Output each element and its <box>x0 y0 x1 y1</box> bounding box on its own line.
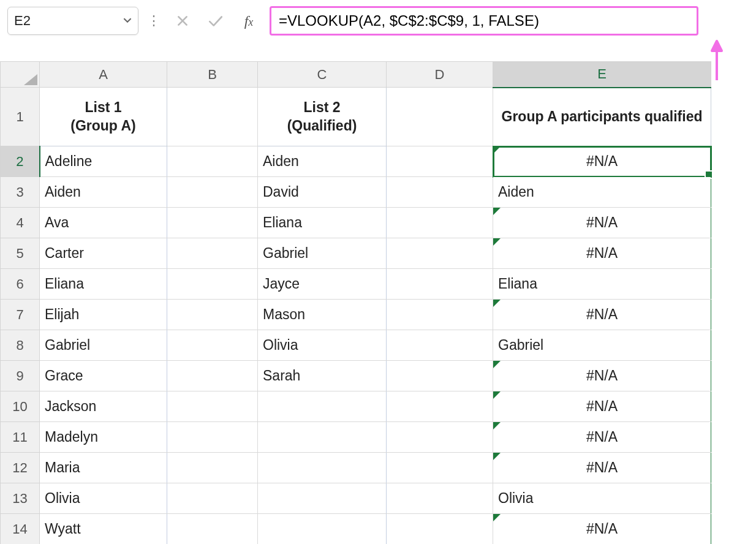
enter-icon[interactable] <box>203 9 228 32</box>
cell-B7[interactable] <box>167 300 258 330</box>
cell-D13[interactable] <box>387 483 493 514</box>
cell-C10[interactable] <box>258 391 387 422</box>
cell-A3[interactable]: Aiden <box>40 177 167 208</box>
cell-C4[interactable]: Eliana <box>258 208 387 238</box>
cell-B4[interactable] <box>167 208 258 238</box>
cell-B9[interactable] <box>167 361 258 391</box>
spreadsheet-grid[interactable]: A B C D E 1 List 1 (Group A) List 2 (Qua… <box>0 61 711 544</box>
cell-C13[interactable] <box>258 483 387 514</box>
cell-D2[interactable] <box>387 146 493 177</box>
cell-B10[interactable] <box>167 391 258 422</box>
col-header-b[interactable]: B <box>167 62 258 88</box>
empty-cell[interactable] <box>167 88 258 146</box>
cell-C8[interactable]: Olivia <box>258 330 387 361</box>
cell-E2[interactable]: #N/A <box>493 146 711 177</box>
row-header[interactable]: 10 <box>1 391 40 422</box>
row-header[interactable]: 3 <box>1 177 40 208</box>
row-header[interactable]: 9 <box>1 361 40 391</box>
empty-cell[interactable] <box>387 88 493 146</box>
table-row: 11Madelyn#N/A <box>1 422 711 453</box>
fx-icon[interactable]: fx <box>236 13 261 29</box>
col-header-d[interactable]: D <box>387 62 493 88</box>
cell-C5[interactable]: Gabriel <box>258 238 387 269</box>
formula-input[interactable] <box>279 12 689 29</box>
cell-B5[interactable] <box>167 238 258 269</box>
cell-A13[interactable]: Olivia <box>40 483 167 514</box>
col-header-a[interactable]: A <box>40 62 167 88</box>
cell-E4[interactable]: #N/A <box>493 208 711 238</box>
cell-C11[interactable] <box>258 422 387 453</box>
cell-D3[interactable] <box>387 177 493 208</box>
header-cell-list2[interactable]: List 2 (Qualified) <box>258 88 387 146</box>
chevron-down-icon[interactable] <box>123 16 132 26</box>
cell-E14[interactable]: #N/A <box>493 514 711 545</box>
table-row: 7ElijahMason#N/A <box>1 300 711 330</box>
cell-D12[interactable] <box>387 453 493 483</box>
cell-E3[interactable]: Aiden <box>493 177 711 208</box>
cell-C3[interactable]: David <box>258 177 387 208</box>
select-all-corner[interactable] <box>1 62 40 88</box>
row-header[interactable]: 7 <box>1 300 40 330</box>
cell-A12[interactable]: Maria <box>40 453 167 483</box>
cell-B14[interactable] <box>167 514 258 545</box>
cell-A7[interactable]: Elijah <box>40 300 167 330</box>
col-header-e[interactable]: E <box>493 62 711 88</box>
cell-E11[interactable]: #N/A <box>493 422 711 453</box>
cell-B6[interactable] <box>167 269 258 300</box>
cell-E10[interactable]: #N/A <box>493 391 711 422</box>
cell-C6[interactable]: Jayce <box>258 269 387 300</box>
row-header[interactable]: 6 <box>1 269 40 300</box>
row-header[interactable]: 2 <box>1 146 40 177</box>
cell-E5[interactable]: #N/A <box>493 238 711 269</box>
cell-D7[interactable] <box>387 300 493 330</box>
cell-C14[interactable] <box>258 514 387 545</box>
cell-A14[interactable]: Wyatt <box>40 514 167 545</box>
cell-A5[interactable]: Carter <box>40 238 167 269</box>
cell-C2[interactable]: Aiden <box>258 146 387 177</box>
cell-E6[interactable]: Eliana <box>493 269 711 300</box>
cell-A4[interactable]: Ava <box>40 208 167 238</box>
cell-C7[interactable]: Mason <box>258 300 387 330</box>
row-header[interactable]: 13 <box>1 483 40 514</box>
cell-B3[interactable] <box>167 177 258 208</box>
row-header[interactable]: 11 <box>1 422 40 453</box>
row-header[interactable]: 14 <box>1 514 40 545</box>
row-header[interactable]: 8 <box>1 330 40 361</box>
cell-C12[interactable] <box>258 453 387 483</box>
cell-A8[interactable]: Gabriel <box>40 330 167 361</box>
col-header-c[interactable]: C <box>258 62 387 88</box>
cell-A11[interactable]: Madelyn <box>40 422 167 453</box>
row-header[interactable]: 1 <box>1 88 40 146</box>
cell-B2[interactable] <box>167 146 258 177</box>
cell-D4[interactable] <box>387 208 493 238</box>
header-cell-list1[interactable]: List 1 (Group A) <box>40 88 167 146</box>
cell-A10[interactable]: Jackson <box>40 391 167 422</box>
cell-B11[interactable] <box>167 422 258 453</box>
cell-E7[interactable]: #N/A <box>493 300 711 330</box>
cell-D10[interactable] <box>387 391 493 422</box>
cell-D6[interactable] <box>387 269 493 300</box>
cell-D9[interactable] <box>387 361 493 391</box>
cell-B8[interactable] <box>167 330 258 361</box>
table-row: 9GraceSarah#N/A <box>1 361 711 391</box>
row-header[interactable]: 4 <box>1 208 40 238</box>
cell-E12[interactable]: #N/A <box>493 453 711 483</box>
cell-B13[interactable] <box>167 483 258 514</box>
cancel-icon[interactable] <box>170 9 195 32</box>
cell-D14[interactable] <box>387 514 493 545</box>
row-header[interactable]: 5 <box>1 238 40 269</box>
cell-A9[interactable]: Grace <box>40 361 167 391</box>
cell-D11[interactable] <box>387 422 493 453</box>
cell-B12[interactable] <box>167 453 258 483</box>
name-box[interactable]: E2 <box>7 7 138 35</box>
cell-D8[interactable] <box>387 330 493 361</box>
cell-A2[interactable]: Adeline <box>40 146 167 177</box>
header-cell-result[interactable]: Group A participants qualified <box>493 88 711 146</box>
cell-A6[interactable]: Eliana <box>40 269 167 300</box>
cell-E13[interactable]: Olivia <box>493 483 711 514</box>
cell-D5[interactable] <box>387 238 493 269</box>
cell-C9[interactable]: Sarah <box>258 361 387 391</box>
cell-E9[interactable]: #N/A <box>493 361 711 391</box>
cell-E8[interactable]: Gabriel <box>493 330 711 361</box>
row-header[interactable]: 12 <box>1 453 40 483</box>
